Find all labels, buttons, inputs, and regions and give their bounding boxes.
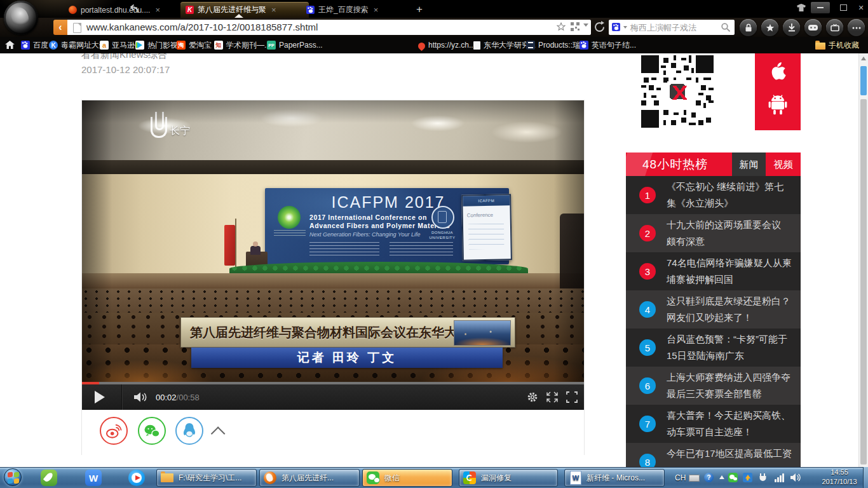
taskbar-word-window[interactable]: W 新纤维 - Micros... [564, 469, 665, 487]
network-signal-icon[interactable] [775, 473, 785, 482]
wechat-tray-icon[interactable] [728, 473, 738, 482]
taskbar-wechat-window[interactable]: 微信 [362, 469, 452, 487]
apple-logo-icon[interactable] [768, 61, 788, 85]
new-tab-button[interactable]: + [416, 3, 423, 16]
help-tray-icon[interactable]: ? [704, 473, 714, 482]
bookmark-paperpass[interactable]: PP PaperPass... [267, 37, 323, 53]
list-item[interactable]: 5 台风蓝色预警：“卡努”可能于15日登陆海南广东 [626, 329, 801, 367]
list-item[interactable]: 8 今年已有17地区提高最低工资 [626, 443, 801, 467]
security-lock-button[interactable] [740, 19, 757, 36]
taskbar-repair-window[interactable]: 漏洞修复 [459, 469, 558, 487]
bookmark-products[interactable]: Products::瑞... [526, 37, 587, 53]
tv-mode-button[interactable] [826, 19, 843, 36]
tab-close-icon[interactable]: × [374, 5, 379, 15]
more-menu-button[interactable] [848, 19, 865, 36]
search-input[interactable]: 梅西上演帽子戏法 [609, 20, 735, 35]
tencent-video-icon[interactable] [128, 470, 145, 486]
search-engine-dropdown-icon[interactable] [623, 26, 627, 29]
bookmark-english[interactable]: 英语句子结... [580, 37, 636, 53]
search-icon[interactable] [721, 22, 731, 32]
list-item[interactable]: 2 十九大前的这两场重要会议 颇有深意 [626, 214, 801, 252]
url-field[interactable]: www.kankanews.com/a/2017-10-12/001818587… [67, 20, 591, 35]
bookmark-yz[interactable]: https://yz.ch... [418, 37, 475, 53]
share-weibo-button[interactable] [100, 417, 128, 445]
volume-tray-icon[interactable] [790, 473, 801, 485]
downloads-button[interactable] [783, 19, 800, 36]
tab-video[interactable]: 视频 [766, 152, 801, 176]
wechat-icon [144, 424, 160, 438]
bookmark-duba[interactable]: K 毒霸网址大全 [49, 37, 107, 53]
tab-portaltest[interactable]: portaltest.dhu.edu.... × [64, 2, 188, 18]
taskbar-folder-window[interactable]: F:\研究生学习\工... [156, 469, 257, 487]
screen-lines [468, 224, 505, 250]
tab-kankanews-active[interactable]: K 第八届先进纤维与聚 × [180, 2, 309, 18]
share-qq-button[interactable] [175, 417, 203, 445]
bookmark-amazon[interactable]: a 亚马逊 [100, 37, 135, 53]
list-item[interactable]: 1 《不忘初心 继续前进》第七集《永立潮头》 [626, 176, 801, 214]
scrollbar-thumb[interactable] [860, 66, 867, 95]
qq-penguin-icon [182, 423, 197, 439]
bookmark-taobao[interactable]: 淘 爱淘宝 [177, 37, 212, 53]
power-plug-tray-icon[interactable] [758, 473, 768, 485]
bookmark-video[interactable]: 热门影视 [135, 37, 178, 53]
minimize-button[interactable] [811, 2, 830, 13]
play-button[interactable] [95, 391, 105, 403]
mobile-favorites-folder[interactable]: 手机收藏 [815, 37, 859, 53]
page-scrollbar[interactable] [858, 53, 868, 467]
show-desktop-button[interactable] [863, 467, 868, 488]
bookmark-label: https://yz.ch... [428, 41, 475, 50]
share-wechat-button[interactable] [138, 417, 166, 445]
settings-gear-icon[interactable] [527, 391, 538, 403]
qr-code-icon[interactable] [571, 22, 580, 31]
time-duration: /00:58 [177, 393, 200, 402]
theater-mode-icon[interactable] [546, 391, 558, 403]
nav-back-button[interactable]: ‹ [53, 20, 67, 35]
list-item[interactable]: 6 上海大师赛费纳进入四强争夺 最后三天赛票全部售罄 [626, 367, 801, 405]
restore-button[interactable] [834, 2, 853, 13]
bookmark-label: 爱淘宝 [189, 40, 212, 51]
coreldraw-icon[interactable] [41, 470, 57, 486]
chevron-down-icon[interactable] [583, 24, 588, 27]
refresh-icon[interactable] [593, 21, 606, 33]
bookmark-cnki[interactable]: 知 学术期刊—... [214, 37, 271, 53]
url-text[interactable]: www.kankanews.com/a/2017-10-12/001818587… [86, 22, 318, 32]
games-button[interactable] [804, 19, 822, 36]
taskbar-clock[interactable]: 14:55 2017/10/13 [816, 468, 863, 487]
bookmark-star-add-icon[interactable] [557, 22, 566, 31]
tab-baidu-search[interactable]: 王烨_百度搜索 × [301, 2, 424, 18]
item-text: 台风蓝色预警：“卡努”可能于15日登陆海南广东 [667, 331, 792, 364]
hotlist-title: 48小时热榜 [642, 156, 708, 173]
scrollbar-track[interactable] [860, 99, 867, 464]
fullscreen-icon[interactable] [566, 391, 578, 403]
bookmark-baidu[interactable]: 百度 [21, 37, 48, 53]
search-query[interactable]: 梅西上演帽子戏法 [630, 22, 696, 34]
scroll-up-icon[interactable] [861, 57, 866, 60]
video-frame[interactable]: ICAFPM 2017 2017 International Conferenc… [82, 100, 584, 382]
wps-icon[interactable]: W [85, 470, 102, 486]
taskbar-browser-window[interactable]: 第八届先进纤... [259, 469, 360, 487]
time-display: 00:02/00:58 [156, 393, 200, 402]
tab-close-icon[interactable]: × [271, 5, 276, 15]
input-language-indicator[interactable]: CH [675, 473, 686, 482]
favorites-button[interactable] [761, 19, 778, 36]
android-logo-icon[interactable] [768, 93, 787, 116]
tab-close-icon[interactable]: × [155, 5, 160, 15]
video-control-bar: 00:02/00:58 [82, 384, 584, 410]
360-tray-icon[interactable] [743, 473, 752, 482]
collapse-chevron-icon[interactable] [212, 426, 226, 433]
tray-expand-icon[interactable] [719, 475, 724, 479]
start-button[interactable] [4, 468, 22, 486]
close-window-button[interactable]: ✕ [851, 2, 868, 13]
share-row [82, 410, 584, 455]
home-button[interactable] [5, 37, 15, 53]
changning-logo-icon [151, 117, 167, 138]
browser-logo-icon[interactable] [4, 1, 38, 35]
list-item[interactable]: 7 喜大普奔！今天起购买高铁、动车票可自主选座！ [626, 405, 801, 443]
keyboard-icon[interactable] [689, 475, 700, 482]
item-text: 十九大前的这两场重要会议 颇有深意 [667, 217, 792, 250]
list-item[interactable]: 3 74名电信网络诈骗嫌疑人从柬埔寨被押解回国 [626, 252, 801, 290]
volume-icon[interactable] [134, 392, 148, 402]
tab-news[interactable]: 新闻 [732, 152, 766, 176]
list-item[interactable]: 4 这只鞋到底是灰绿还是粉白？网友们又吵起来了！ [626, 290, 801, 329]
skin-button[interactable] [792, 2, 811, 13]
